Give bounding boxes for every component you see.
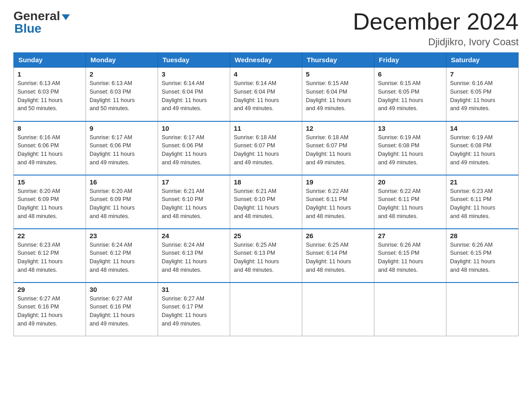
calendar-cell: 28 Sunrise: 6:26 AM Sunset: 6:15 PM Dayl… — [446, 229, 519, 283]
day-info: Sunrise: 6:17 AM Sunset: 6:06 PM Dayligh… — [162, 133, 226, 167]
calendar-cell: 12 Sunrise: 6:18 AM Sunset: 6:07 PM Dayl… — [302, 121, 374, 175]
calendar-cell: 7 Sunrise: 6:16 AM Sunset: 6:05 PM Dayli… — [446, 68, 519, 121]
calendar-cell: 17 Sunrise: 6:21 AM Sunset: 6:10 PM Dayl… — [158, 175, 230, 229]
day-number: 21 — [450, 178, 515, 186]
day-number: 14 — [450, 124, 515, 132]
day-info: Sunrise: 6:19 AM Sunset: 6:08 PM Dayligh… — [378, 133, 442, 167]
calendar-cell: 2 Sunrise: 6:13 AM Sunset: 6:03 PM Dayli… — [86, 68, 158, 121]
day-number: 31 — [162, 286, 226, 293]
column-header-saturday: Saturday — [446, 52, 519, 68]
day-info: Sunrise: 6:19 AM Sunset: 6:08 PM Dayligh… — [450, 133, 515, 167]
day-number: 13 — [378, 124, 442, 132]
day-number: 16 — [90, 178, 154, 186]
calendar-cell: 1 Sunrise: 6:13 AM Sunset: 6:03 PM Dayli… — [14, 68, 86, 121]
location: Djidjikro, Ivory Coast — [353, 36, 519, 48]
calendar-cell: 11 Sunrise: 6:18 AM Sunset: 6:07 PM Dayl… — [230, 121, 302, 175]
calendar-cell: 18 Sunrise: 6:21 AM Sunset: 6:10 PM Dayl… — [230, 175, 302, 229]
calendar-header-row: SundayMondayTuesdayWednesdayThursdayFrid… — [14, 52, 519, 68]
calendar-week-row: 15 Sunrise: 6:20 AM Sunset: 6:09 PM Dayl… — [14, 175, 519, 229]
day-info: Sunrise: 6:20 AM Sunset: 6:09 PM Dayligh… — [90, 187, 154, 221]
calendar-cell: 6 Sunrise: 6:15 AM Sunset: 6:05 PM Dayli… — [374, 68, 446, 121]
day-info: Sunrise: 6:15 AM Sunset: 6:04 PM Dayligh… — [306, 79, 370, 113]
calendar-week-row: 1 Sunrise: 6:13 AM Sunset: 6:03 PM Dayli… — [14, 68, 519, 121]
day-number: 18 — [234, 178, 298, 186]
day-info: Sunrise: 6:22 AM Sunset: 6:11 PM Dayligh… — [306, 187, 370, 221]
day-number: 25 — [234, 232, 298, 240]
day-info: Sunrise: 6:15 AM Sunset: 6:05 PM Dayligh… — [378, 79, 442, 113]
month-title: December 2024 — [353, 9, 519, 34]
day-number: 27 — [378, 232, 442, 240]
day-info: Sunrise: 6:13 AM Sunset: 6:03 PM Dayligh… — [17, 79, 82, 113]
day-number: 1 — [17, 70, 82, 78]
calendar-cell: 10 Sunrise: 6:17 AM Sunset: 6:06 PM Dayl… — [158, 121, 230, 175]
calendar-cell: 14 Sunrise: 6:19 AM Sunset: 6:08 PM Dayl… — [446, 121, 519, 175]
day-number: 20 — [378, 178, 442, 186]
day-number: 19 — [306, 178, 370, 186]
day-number: 17 — [162, 178, 226, 186]
day-info: Sunrise: 6:26 AM Sunset: 6:15 PM Dayligh… — [378, 241, 442, 274]
day-number: 3 — [162, 70, 226, 78]
day-info: Sunrise: 6:13 AM Sunset: 6:03 PM Dayligh… — [90, 79, 154, 113]
logo-blue-text: Blue — [13, 21, 42, 36]
day-info: Sunrise: 6:22 AM Sunset: 6:11 PM Dayligh… — [378, 187, 442, 221]
calendar-cell: 31 Sunrise: 6:27 AM Sunset: 6:17 PM Dayl… — [158, 283, 230, 336]
day-number: 8 — [17, 124, 82, 132]
calendar-cell: 4 Sunrise: 6:14 AM Sunset: 6:04 PM Dayli… — [230, 68, 302, 121]
calendar-table: SundayMondayTuesdayWednesdayThursdayFrid… — [13, 52, 519, 336]
day-number: 6 — [378, 70, 442, 78]
column-header-wednesday: Wednesday — [230, 52, 302, 68]
day-number: 2 — [90, 70, 154, 78]
day-number: 4 — [234, 70, 298, 78]
calendar-cell — [230, 283, 302, 336]
day-number: 11 — [234, 124, 298, 132]
day-number: 15 — [17, 178, 82, 186]
column-header-thursday: Thursday — [302, 52, 374, 68]
day-number: 29 — [17, 286, 82, 293]
column-header-tuesday: Tuesday — [158, 52, 230, 68]
page-header: General Blue December 2024 Djidjikro, Iv… — [13, 9, 519, 48]
day-info: Sunrise: 6:24 AM Sunset: 6:12 PM Dayligh… — [90, 241, 154, 274]
calendar-cell: 15 Sunrise: 6:20 AM Sunset: 6:09 PM Dayl… — [14, 175, 86, 229]
day-number: 10 — [162, 124, 226, 132]
day-number: 28 — [450, 232, 515, 240]
day-info: Sunrise: 6:16 AM Sunset: 6:06 PM Dayligh… — [17, 133, 82, 167]
logo-triangle-icon — [62, 14, 70, 20]
day-info: Sunrise: 6:16 AM Sunset: 6:05 PM Dayligh… — [450, 79, 515, 113]
column-header-sunday: Sunday — [14, 52, 86, 68]
day-info: Sunrise: 6:21 AM Sunset: 6:10 PM Dayligh… — [234, 187, 298, 221]
day-info: Sunrise: 6:18 AM Sunset: 6:07 PM Dayligh… — [234, 133, 298, 167]
day-number: 22 — [17, 232, 82, 240]
calendar-cell: 27 Sunrise: 6:26 AM Sunset: 6:15 PM Dayl… — [374, 229, 446, 283]
calendar-cell: 21 Sunrise: 6:23 AM Sunset: 6:11 PM Dayl… — [446, 175, 519, 229]
calendar-cell: 29 Sunrise: 6:27 AM Sunset: 6:16 PM Dayl… — [14, 283, 86, 336]
calendar-cell: 13 Sunrise: 6:19 AM Sunset: 6:08 PM Dayl… — [374, 121, 446, 175]
calendar-cell: 24 Sunrise: 6:24 AM Sunset: 6:13 PM Dayl… — [158, 229, 230, 283]
day-info: Sunrise: 6:14 AM Sunset: 6:04 PM Dayligh… — [234, 79, 298, 113]
calendar-cell: 3 Sunrise: 6:14 AM Sunset: 6:04 PM Dayli… — [158, 68, 230, 121]
day-info: Sunrise: 6:27 AM Sunset: 6:16 PM Dayligh… — [17, 295, 82, 328]
calendar-week-row: 29 Sunrise: 6:27 AM Sunset: 6:16 PM Dayl… — [14, 283, 519, 336]
column-header-monday: Monday — [86, 52, 158, 68]
day-number: 26 — [306, 232, 370, 240]
calendar-cell: 19 Sunrise: 6:22 AM Sunset: 6:11 PM Dayl… — [302, 175, 374, 229]
calendar-cell: 22 Sunrise: 6:23 AM Sunset: 6:12 PM Dayl… — [14, 229, 86, 283]
calendar-cell: 5 Sunrise: 6:15 AM Sunset: 6:04 PM Dayli… — [302, 68, 374, 121]
day-info: Sunrise: 6:14 AM Sunset: 6:04 PM Dayligh… — [162, 79, 226, 113]
calendar-cell: 25 Sunrise: 6:25 AM Sunset: 6:13 PM Dayl… — [230, 229, 302, 283]
column-header-friday: Friday — [374, 52, 446, 68]
day-info: Sunrise: 6:21 AM Sunset: 6:10 PM Dayligh… — [162, 187, 226, 221]
calendar-cell: 30 Sunrise: 6:27 AM Sunset: 6:16 PM Dayl… — [86, 283, 158, 336]
calendar-week-row: 8 Sunrise: 6:16 AM Sunset: 6:06 PM Dayli… — [14, 121, 519, 175]
calendar-cell: 23 Sunrise: 6:24 AM Sunset: 6:12 PM Dayl… — [86, 229, 158, 283]
day-number: 5 — [306, 70, 370, 78]
day-info: Sunrise: 6:18 AM Sunset: 6:07 PM Dayligh… — [306, 133, 370, 167]
day-info: Sunrise: 6:27 AM Sunset: 6:16 PM Dayligh… — [90, 295, 154, 328]
calendar-week-row: 22 Sunrise: 6:23 AM Sunset: 6:12 PM Dayl… — [14, 229, 519, 283]
calendar-cell: 26 Sunrise: 6:25 AM Sunset: 6:14 PM Dayl… — [302, 229, 374, 283]
day-number: 9 — [90, 124, 154, 132]
day-info: Sunrise: 6:25 AM Sunset: 6:13 PM Dayligh… — [234, 241, 298, 274]
day-number: 30 — [90, 286, 154, 293]
day-info: Sunrise: 6:23 AM Sunset: 6:11 PM Dayligh… — [450, 187, 515, 221]
day-info: Sunrise: 6:23 AM Sunset: 6:12 PM Dayligh… — [17, 241, 82, 274]
calendar-cell: 8 Sunrise: 6:16 AM Sunset: 6:06 PM Dayli… — [14, 121, 86, 175]
